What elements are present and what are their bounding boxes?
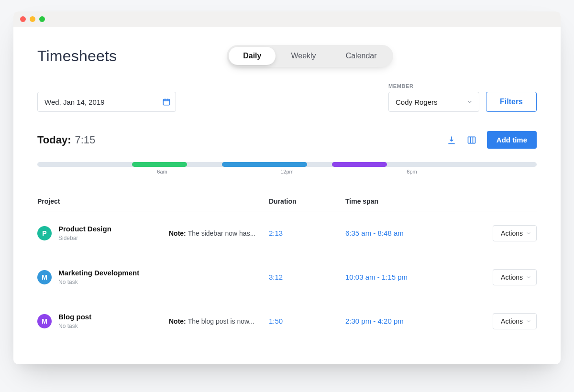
project-cell: MMarketing DevelopmentNo task — [37, 269, 169, 285]
window-max-dot[interactable] — [39, 16, 45, 22]
tab-weekly[interactable]: Weekly — [276, 47, 330, 65]
project-cell: PProduct DesignSidebar — [37, 225, 169, 241]
project-task: No task — [58, 323, 91, 329]
member-label: MEMBER — [388, 83, 479, 89]
note-cell: Note: The sidebar now has... — [169, 229, 269, 237]
chevron-down-icon — [466, 98, 473, 105]
download-icon[interactable] — [447, 135, 456, 145]
project-task: Sidebar — [58, 235, 111, 241]
today-value: 7:15 — [75, 134, 95, 146]
timespan-cell[interactable]: 10:03 am - 1:15 pm — [345, 273, 470, 281]
project-name: Blog post — [58, 313, 91, 321]
col-timespan: Time span — [345, 197, 470, 205]
actions-button[interactable]: Actions — [493, 269, 537, 285]
tab-daily[interactable]: Daily — [229, 47, 276, 65]
add-time-label: Add time — [497, 136, 527, 144]
timeline-tick: 6am — [157, 169, 167, 174]
window-min-dot[interactable] — [30, 16, 35, 22]
note-cell: Note: The blog post is now... — [169, 317, 269, 325]
columns-icon[interactable] — [467, 135, 476, 145]
app-window: Timesheets DailyWeeklyCalendar Wed, Jan … — [13, 11, 561, 364]
col-duration: Duration — [269, 197, 345, 205]
table-row: MMarketing DevelopmentNo task3:1210:03 a… — [37, 255, 537, 299]
table-row: PProduct DesignSidebarNote: The sidebar … — [37, 211, 537, 255]
duration-cell[interactable]: 1:50 — [269, 317, 345, 325]
timespan-cell[interactable]: 2:30 pm - 4:20 pm — [345, 317, 470, 325]
today-label: Today: — [37, 134, 71, 146]
actions-button[interactable]: Actions — [493, 313, 537, 329]
chevron-down-icon — [526, 318, 531, 324]
add-time-button[interactable]: Add time — [487, 131, 537, 149]
svg-rect-1 — [468, 137, 475, 143]
timespan-cell[interactable]: 6:35 am - 8:48 am — [345, 229, 470, 237]
window-titlebar — [13, 11, 561, 27]
member-select[interactable]: Cody Rogers — [388, 92, 479, 112]
window-close-dot[interactable] — [20, 16, 26, 22]
timeline-tick: 6pm — [407, 169, 417, 174]
chevron-down-icon — [526, 274, 531, 280]
table-header: Project Duration Time span — [37, 197, 537, 211]
project-name: Marketing Development — [58, 269, 139, 277]
project-task: No task — [58, 279, 139, 285]
filters-label: Filters — [500, 98, 523, 106]
project-avatar: M — [37, 314, 52, 328]
project-cell: MBlog postNo task — [37, 313, 169, 329]
timeline-tick: 12pm — [280, 169, 294, 174]
member-value: Cody Rogers — [396, 98, 438, 106]
project-name: Product Design — [58, 225, 111, 233]
calendar-icon — [162, 98, 171, 106]
col-project: Project — [37, 197, 269, 205]
duration-cell[interactable]: 3:12 — [269, 273, 345, 281]
view-tabs: DailyWeeklyCalendar — [227, 45, 393, 67]
date-picker[interactable]: Wed, Jan 14, 2019 — [37, 92, 176, 112]
project-avatar: P — [37, 226, 52, 240]
duration-cell[interactable]: 2:13 — [269, 229, 345, 237]
tab-calendar[interactable]: Calendar — [331, 47, 391, 65]
actions-button[interactable]: Actions — [493, 225, 537, 241]
table-row: MBlog postNo taskNote: The blog post is … — [37, 299, 537, 343]
filters-button[interactable]: Filters — [486, 92, 537, 112]
project-avatar: M — [37, 270, 52, 284]
chevron-down-icon — [526, 230, 531, 236]
svg-rect-0 — [163, 99, 170, 105]
date-value: Wed, Jan 14, 2019 — [44, 98, 105, 106]
timeline: 6am12pm6pm — [37, 162, 537, 167]
page-title: Timesheets — [37, 47, 117, 65]
